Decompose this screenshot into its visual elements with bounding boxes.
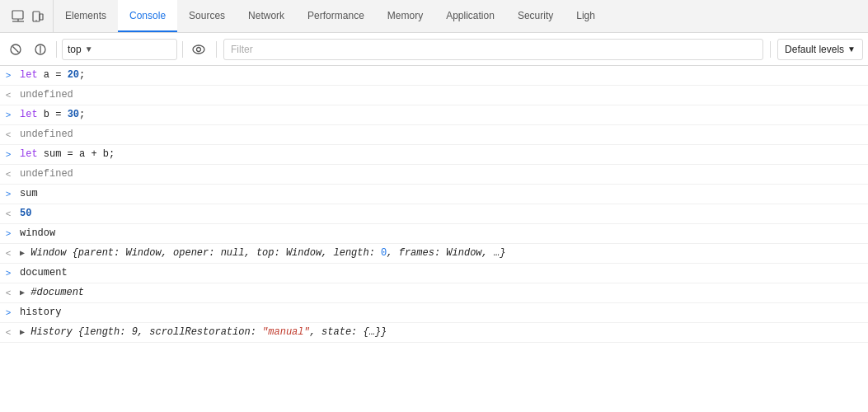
line-content: history bbox=[16, 305, 868, 320]
filter-input[interactable] bbox=[228, 39, 759, 60]
console-line: < 50 bbox=[0, 204, 868, 224]
svg-rect-4 bbox=[40, 14, 43, 20]
tab-application[interactable]: Application bbox=[434, 0, 506, 32]
tab-sources[interactable]: Sources bbox=[177, 0, 237, 32]
console-line: > document bbox=[0, 264, 868, 283]
console-line: > let b = 30; bbox=[0, 105, 868, 125]
svg-point-11 bbox=[197, 47, 201, 51]
console-line: < ▶ Window {parent: Window, opener: null… bbox=[0, 244, 868, 264]
levels-label: Default levels bbox=[785, 44, 844, 55]
output-arrow: < bbox=[0, 325, 16, 340]
console-line: < undefined bbox=[0, 165, 868, 185]
default-levels-button[interactable]: Default levels ▼ bbox=[777, 39, 863, 60]
line-content: sum bbox=[16, 186, 868, 201]
output-arrow: < bbox=[0, 246, 16, 261]
line-content: let sum = a + b; bbox=[16, 147, 868, 162]
console-line: > history bbox=[0, 303, 868, 323]
chevron-down-icon: ▼ bbox=[85, 44, 93, 54]
console-line: < undefined bbox=[0, 86, 868, 105]
input-arrow: > bbox=[0, 107, 16, 123]
context-value: top bbox=[68, 44, 82, 55]
eye-icon[interactable] bbox=[188, 39, 209, 60]
output-arrow: < bbox=[0, 285, 16, 301]
input-arrow: > bbox=[0, 186, 16, 202]
clear-console-button[interactable] bbox=[5, 39, 26, 60]
output-arrow: < bbox=[0, 87, 16, 103]
line-content: ▶ Window {parent: Window, opener: null, … bbox=[16, 246, 868, 261]
input-arrow: > bbox=[0, 305, 16, 321]
line-content: ▶ History {length: 9, scrollRestoration:… bbox=[16, 325, 868, 340]
tab-bar: Elements Console Sources Network Perform… bbox=[0, 0, 868, 33]
line-content: document bbox=[16, 265, 868, 280]
console-line: < ▶ History {length: 9, scrollRestoratio… bbox=[0, 323, 868, 343]
console-line: > sum bbox=[0, 185, 868, 204]
expand-icon[interactable]: ▶ bbox=[20, 328, 25, 337]
line-content: let a = 20; bbox=[16, 68, 868, 82]
output-arrow: < bbox=[0, 166, 16, 182]
tab-console[interactable]: Console bbox=[118, 0, 177, 32]
separator-1 bbox=[56, 41, 57, 58]
input-arrow: > bbox=[0, 226, 16, 241]
tab-performance[interactable]: Performance bbox=[296, 0, 376, 32]
svg-point-10 bbox=[193, 45, 204, 54]
line-content: ▶ #document bbox=[16, 285, 868, 301]
line-content: window bbox=[16, 226, 868, 241]
output-arrow: < bbox=[0, 127, 16, 143]
console-toolbar: top ▼ Default levels ▼ bbox=[0, 33, 868, 66]
line-content: 50 bbox=[16, 206, 868, 221]
line-content: undefined bbox=[16, 166, 868, 181]
tab-memory[interactable]: Memory bbox=[376, 0, 434, 32]
line-content: undefined bbox=[16, 87, 868, 102]
filter-separator bbox=[216, 41, 217, 58]
block-icon[interactable] bbox=[30, 39, 51, 60]
filter-separator-2 bbox=[770, 41, 771, 58]
expand-icon[interactable]: ▶ bbox=[20, 288, 25, 297]
svg-point-5 bbox=[35, 20, 37, 21]
svg-line-7 bbox=[13, 46, 19, 52]
line-content: undefined bbox=[16, 127, 868, 142]
filter-area bbox=[223, 39, 763, 60]
console-line: < undefined bbox=[0, 125, 868, 145]
device-icon[interactable] bbox=[30, 8, 46, 25]
devtools-icons bbox=[3, 0, 54, 32]
tab-security[interactable]: Security bbox=[506, 0, 565, 32]
tab-elements[interactable]: Elements bbox=[54, 0, 118, 32]
context-selector[interactable]: top ▼ bbox=[62, 39, 177, 60]
input-arrow: > bbox=[0, 147, 16, 162]
inspect-icon[interactable] bbox=[10, 8, 26, 25]
console-line: < ▶ #document bbox=[0, 283, 868, 303]
tab-network[interactable]: Network bbox=[237, 0, 296, 32]
tab-lighthouse[interactable]: Ligh bbox=[565, 0, 607, 32]
levels-chevron-icon: ▼ bbox=[847, 44, 856, 54]
separator-2 bbox=[182, 41, 183, 58]
expand-icon[interactable]: ▶ bbox=[20, 249, 25, 258]
line-content: let b = 30; bbox=[16, 107, 868, 122]
console-line: > let sum = a + b; bbox=[0, 145, 868, 165]
input-arrow: > bbox=[0, 68, 16, 83]
console-line: > let a = 20; bbox=[0, 66, 868, 86]
console-output[interactable]: > let a = 20; < undefined > let b = 30; … bbox=[0, 66, 868, 412]
input-arrow: > bbox=[0, 265, 16, 281]
output-arrow: < bbox=[0, 206, 16, 222]
svg-rect-0 bbox=[12, 11, 23, 19]
tab-list: Elements Console Sources Network Perform… bbox=[54, 0, 865, 32]
console-line: > window bbox=[0, 224, 868, 244]
